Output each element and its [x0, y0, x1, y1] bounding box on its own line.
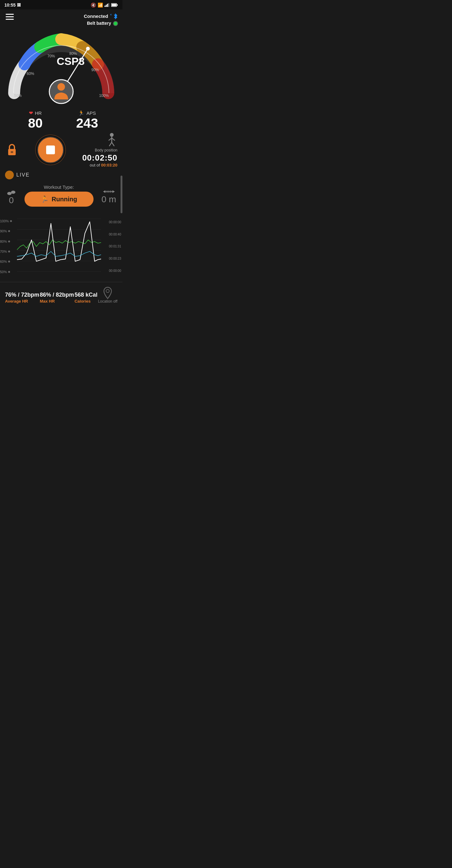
steps-icon	[6, 188, 16, 195]
svg-point-27	[7, 192, 11, 195]
x-label-4: 00:00:00	[102, 269, 121, 273]
svg-text:100%: 100%	[99, 93, 109, 98]
y-label-100: 100%	[0, 219, 17, 223]
body-position-icon	[106, 132, 117, 148]
x-label-2: 00:01:31	[102, 245, 121, 248]
menu-button[interactable]	[4, 12, 15, 21]
location-off-label: Location off	[98, 299, 117, 304]
status-icons: 🔇 📶	[91, 2, 118, 7]
x-label-0: 00:00:00	[102, 220, 121, 224]
chart-x-axis: 00:00:00 00:00:40 00:01:31 00:00:23 00:0…	[101, 214, 122, 279]
svg-rect-1	[106, 5, 107, 7]
svg-rect-5	[117, 4, 118, 6]
svg-line-25	[109, 143, 112, 146]
y-label-60: 60%	[0, 260, 17, 264]
aps-metric: 🏃 APS 243	[68, 110, 106, 130]
aps-label: APS	[86, 111, 96, 116]
location-section: Location off	[98, 287, 117, 304]
hr-label: HR	[35, 111, 42, 116]
location-pin-icon	[103, 287, 113, 299]
svg-marker-31	[103, 190, 105, 193]
chart-area: 100% 90% 80% 70% 60% 50%	[0, 214, 122, 279]
lock-icon	[6, 143, 18, 156]
gauge: 50% 60% 70% 80% 90% 100% CSP8	[5, 27, 118, 109]
svg-rect-2	[107, 4, 108, 7]
x-label-3: 00:00:23	[102, 257, 121, 260]
steps-value: 0	[9, 195, 14, 206]
svg-point-28	[11, 191, 16, 194]
stop-icon	[46, 146, 55, 154]
out-of-row: out of 00:03:20	[82, 163, 117, 167]
chart-svg	[17, 214, 101, 279]
svg-marker-30	[113, 190, 115, 193]
svg-point-16	[57, 83, 65, 91]
svg-text:70%: 70%	[48, 54, 55, 58]
out-of-label: out of	[90, 163, 100, 167]
svg-rect-19	[11, 151, 13, 153]
lock-button[interactable]	[5, 143, 19, 157]
status-time: 10:55 🖼	[4, 2, 21, 7]
header: Connected ʿ Belt battery	[0, 9, 122, 29]
workout-type-button[interactable]: 🏃 Running	[25, 192, 93, 207]
running-icon: 🏃	[41, 195, 49, 203]
calories-stat: 568 kCal Calories	[75, 291, 97, 304]
workout-type-text: Running	[52, 196, 77, 203]
calories-label: Calories	[75, 299, 97, 304]
distance-value: 0 m	[102, 194, 116, 205]
mute-icon: 🔇	[91, 2, 96, 7]
svg-point-43	[106, 289, 109, 292]
stop-button[interactable]	[37, 136, 64, 163]
aps-value: 243	[76, 117, 98, 130]
distance-section: 0 m	[102, 189, 116, 205]
chart-y-axis: 100% 90% 80% 70% 60% 50%	[0, 214, 17, 279]
scroll-indicator	[120, 176, 122, 213]
connected-label: Connected	[84, 13, 108, 20]
controls-row: Body position 00:02:50 out of 00:03:20	[0, 132, 122, 167]
y-label-50: 50%	[0, 270, 17, 274]
max-hr-label: Max HR	[40, 299, 74, 304]
y-label-80: 80%	[0, 240, 17, 243]
steps-workout-distance: 0 Workout Type: 🏃 Running 0 m	[0, 182, 122, 212]
live-row: LIVE	[0, 169, 122, 182]
svg-rect-3	[108, 3, 109, 7]
y-label-90: 90%	[0, 229, 17, 233]
workout-type-label: Workout Type:	[44, 184, 74, 190]
timer-current: 00:02:50	[82, 153, 117, 163]
distance-icon	[103, 189, 115, 194]
max-hr-value: 86% / 82bpm	[40, 291, 74, 298]
status-bar: 10:55 🖼 🔇 📶	[0, 0, 122, 9]
gauge-container: 50% 60% 70% 80% 90% 100% CSP8	[0, 27, 122, 109]
y-label-70: 70%	[0, 250, 17, 253]
time-display: 10:55	[4, 2, 16, 7]
live-dot	[5, 170, 14, 179]
battery-icon	[111, 3, 118, 7]
workout-section: Workout Type: 🏃 Running	[20, 183, 98, 210]
steps-section: 0	[6, 188, 16, 206]
svg-text:60%: 60%	[27, 71, 34, 76]
average-hr-stat: 76% / 72bpm Average HR	[5, 291, 39, 304]
live-label: LIVE	[16, 172, 30, 178]
x-label-1: 00:00:40	[102, 233, 121, 236]
svg-text:50%: 50%	[14, 93, 22, 98]
metrics-row: ❤ HR 80 🏃 APS 243	[0, 109, 122, 132]
average-hr-label: Average HR	[5, 299, 39, 304]
svg-rect-0	[105, 6, 106, 7]
chart-svg-container	[17, 214, 101, 279]
heart-icon: ❤	[29, 110, 33, 116]
aps-figure-icon: 🏃	[78, 110, 84, 116]
svg-point-17	[86, 47, 90, 51]
bottom-stats: 76% / 72bpm Average HR 86% / 82bpm Max H…	[0, 282, 122, 308]
average-hr-value: 76% / 72bpm	[5, 291, 39, 298]
gauge-svg: 50% 60% 70% 80% 90% 100% CSP8	[5, 27, 118, 107]
signal-icon	[105, 3, 110, 7]
belt-battery-indicator	[113, 21, 118, 26]
timer-section: Body position 00:02:50 out of 00:03:20	[82, 132, 117, 167]
wifi-icon: 📶	[97, 2, 103, 7]
svg-rect-6	[112, 4, 116, 6]
body-position-label: Body position	[82, 148, 117, 152]
hr-value: 80	[28, 117, 43, 130]
connection-info: Connected ʿ Belt battery	[84, 12, 118, 27]
max-hr-stat: 86% / 82bpm Max HR	[40, 291, 74, 304]
image-icon: 🖼	[17, 3, 21, 7]
svg-text:90%: 90%	[91, 68, 99, 72]
